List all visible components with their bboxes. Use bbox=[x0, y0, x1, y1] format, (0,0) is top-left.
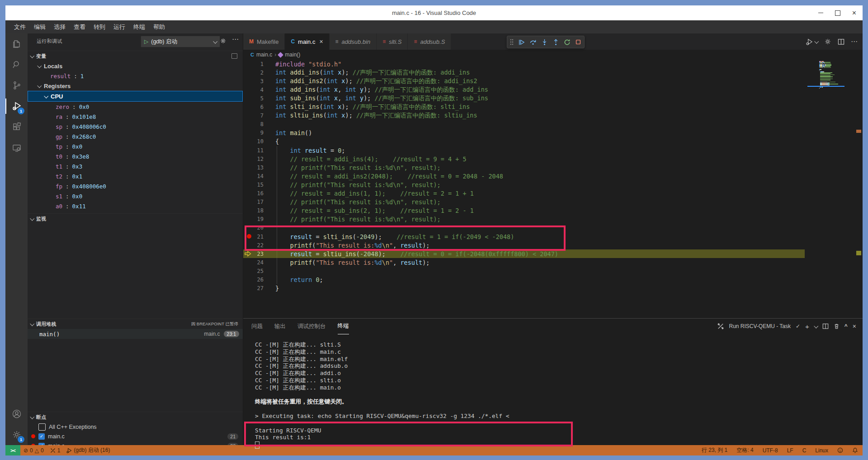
line-number[interactable]: 25 bbox=[243, 268, 264, 274]
panel-tab-调试控制台[interactable]: 调试控制台 bbox=[297, 319, 326, 334]
line-number[interactable]: 26 bbox=[243, 277, 264, 283]
tasks-status[interactable]: 1 bbox=[47, 445, 64, 455]
continue-icon[interactable] bbox=[518, 39, 525, 46]
new-terminal-icon[interactable]: + bbox=[805, 323, 809, 330]
breakpoint-row[interactable]: All C++ Exceptions bbox=[28, 422, 243, 432]
line-number[interactable]: 7 bbox=[243, 113, 264, 119]
watch-pane-header[interactable]: 监视 bbox=[28, 213, 243, 224]
variables-pane-header[interactable]: 变量 bbox=[28, 51, 243, 61]
line-number[interactable]: 17 bbox=[243, 199, 264, 205]
status-item[interactable]: UTF-8 bbox=[758, 445, 783, 455]
breadcrumb-symbol[interactable]: main() bbox=[285, 52, 300, 58]
line-number[interactable]: 22 bbox=[243, 242, 264, 249]
restart-icon[interactable] bbox=[564, 39, 571, 46]
breadcrumb[interactable]: C main.c › main() bbox=[243, 50, 863, 60]
sidebar-item-run-debug[interactable]: 1 bbox=[5, 96, 28, 117]
kill-terminal-icon[interactable] bbox=[834, 323, 840, 329]
line-number[interactable]: 16 bbox=[243, 190, 264, 197]
step-out-icon[interactable] bbox=[552, 39, 559, 46]
chevron-down-icon[interactable] bbox=[814, 324, 818, 328]
line-number[interactable]: 11 bbox=[243, 147, 264, 154]
run-debug-button[interactable] bbox=[806, 38, 818, 46]
breakpoints-pane-header[interactable]: 断点 bbox=[28, 412, 243, 422]
line-number[interactable]: 23 bbox=[243, 251, 264, 257]
tab-addsub.bin[interactable]: ≡addsub.bin bbox=[330, 33, 377, 50]
menu-item[interactable]: 帮助 bbox=[149, 23, 169, 31]
menu-item[interactable]: 文件 bbox=[10, 23, 30, 31]
bell-icon[interactable] bbox=[848, 445, 863, 455]
sidebar-item-explorer[interactable] bbox=[5, 33, 28, 54]
register-row[interactable]: t1:0x3 bbox=[28, 161, 243, 171]
line-number[interactable]: 24 bbox=[243, 259, 264, 266]
start-debug-icon[interactable]: ▷ bbox=[144, 38, 148, 45]
step-over-icon[interactable] bbox=[529, 39, 537, 46]
line-number[interactable]: 13 bbox=[243, 164, 264, 171]
line-number[interactable]: 8 bbox=[243, 121, 264, 127]
drag-grip-icon[interactable] bbox=[510, 39, 514, 45]
minimap[interactable] bbox=[819, 61, 853, 89]
pane-action-icon[interactable] bbox=[231, 53, 237, 59]
tab-Makefile[interactable]: MMakefile bbox=[243, 33, 285, 50]
debug-config-dropdown[interactable]: ▷ (gdb) 启动 bbox=[141, 36, 220, 47]
line-number[interactable]: 4 bbox=[243, 87, 264, 93]
call-stack-pane-header[interactable]: 调用堆栈 因 BREAKPOINT 已暂停 bbox=[28, 319, 243, 329]
line-number[interactable]: 2 bbox=[243, 70, 264, 76]
register-row[interactable]: t2:0x1 bbox=[28, 171, 243, 181]
breakpoint-row[interactable]: ✓main.c21 bbox=[28, 432, 243, 441]
local-variable-row[interactable]: result: 1 bbox=[28, 71, 243, 81]
status-item[interactable]: Linux bbox=[811, 445, 833, 455]
settings-button[interactable]: 1 bbox=[5, 424, 28, 445]
register-row[interactable]: zero:0x0 bbox=[28, 102, 243, 112]
feedback-icon[interactable] bbox=[833, 445, 848, 455]
line-number[interactable]: 19 bbox=[243, 216, 264, 222]
register-row[interactable]: ra:0x101e8 bbox=[28, 112, 243, 122]
cpu-group[interactable]: CPU bbox=[28, 91, 243, 102]
sidebar-item-search[interactable] bbox=[5, 54, 28, 75]
terminal-output[interactable]: CC -[M] 正在构建... slti.SCC -[M] 正在构建... ma… bbox=[255, 341, 509, 449]
sidebar-item-extensions[interactable] bbox=[5, 117, 28, 137]
debug-settings-gear-icon[interactable] bbox=[220, 38, 226, 44]
breakpoint-checkbox[interactable] bbox=[38, 423, 46, 431]
panel-tab-终端[interactable]: 终端 bbox=[338, 319, 349, 334]
tab-main.c[interactable]: Cmain.c× bbox=[285, 33, 329, 50]
breadcrumb-file[interactable]: main.c bbox=[256, 52, 272, 58]
line-number[interactable]: 12 bbox=[243, 156, 264, 162]
close-panel-icon[interactable]: × bbox=[853, 323, 856, 330]
register-row[interactable]: a0:0x11 bbox=[28, 201, 243, 211]
panel-tab-问题[interactable]: 问题 bbox=[251, 319, 263, 334]
tab-slti.S[interactable]: ≡slti.S bbox=[377, 33, 408, 50]
register-row[interactable]: sp:0x408006c0 bbox=[28, 122, 243, 131]
close-icon[interactable]: × bbox=[852, 9, 856, 17]
register-row[interactable]: fp:0x408006e0 bbox=[28, 181, 243, 191]
register-row[interactable]: t0:0x3e8 bbox=[28, 151, 243, 161]
more-actions-icon[interactable]: ⋯ bbox=[232, 35, 239, 43]
status-item[interactable]: 行 23, 列 1 bbox=[697, 445, 732, 455]
line-number[interactable]: 1 bbox=[243, 61, 264, 67]
menu-item[interactable]: 转到 bbox=[90, 23, 109, 31]
more-actions-icon[interactable]: ⋯ bbox=[851, 38, 858, 46]
line-number[interactable]: 3 bbox=[243, 78, 264, 84]
register-row[interactable]: tp:0x0 bbox=[28, 141, 243, 151]
menu-item[interactable]: 运行 bbox=[109, 23, 129, 31]
stack-frame-row[interactable]: main() main.c 23:1 bbox=[28, 329, 243, 339]
account-button[interactable] bbox=[5, 404, 28, 424]
problems-status[interactable]: ⊘ 0 △ 0 bbox=[20, 445, 47, 455]
line-number[interactable]: 10 bbox=[243, 138, 264, 145]
status-item[interactable]: 空格: 4 bbox=[732, 445, 758, 455]
task-runner-label[interactable]: Run RISCV-QEMU - Task bbox=[729, 323, 790, 329]
tab-addsub.S[interactable]: ≡addsub.S bbox=[408, 33, 451, 50]
remote-indicator[interactable]: >< bbox=[5, 445, 20, 455]
panel-tab-输出[interactable]: 输出 bbox=[274, 319, 286, 334]
menu-item[interactable]: 选择 bbox=[50, 23, 70, 31]
stop-icon[interactable] bbox=[575, 39, 581, 45]
split-editor-icon[interactable] bbox=[838, 38, 844, 45]
status-item[interactable]: LF bbox=[783, 445, 798, 455]
line-number[interactable]: 18 bbox=[243, 207, 264, 214]
register-row[interactable]: gp:0x268c0 bbox=[28, 131, 243, 141]
line-number[interactable]: 27 bbox=[243, 285, 264, 291]
line-number[interactable]: 5 bbox=[243, 95, 264, 102]
status-item[interactable]: C bbox=[798, 445, 811, 455]
minimize-icon[interactable] bbox=[818, 13, 823, 13]
sidebar-item-source-control[interactable] bbox=[5, 75, 28, 96]
maximize-panel-icon[interactable]: ^ bbox=[844, 323, 848, 329]
